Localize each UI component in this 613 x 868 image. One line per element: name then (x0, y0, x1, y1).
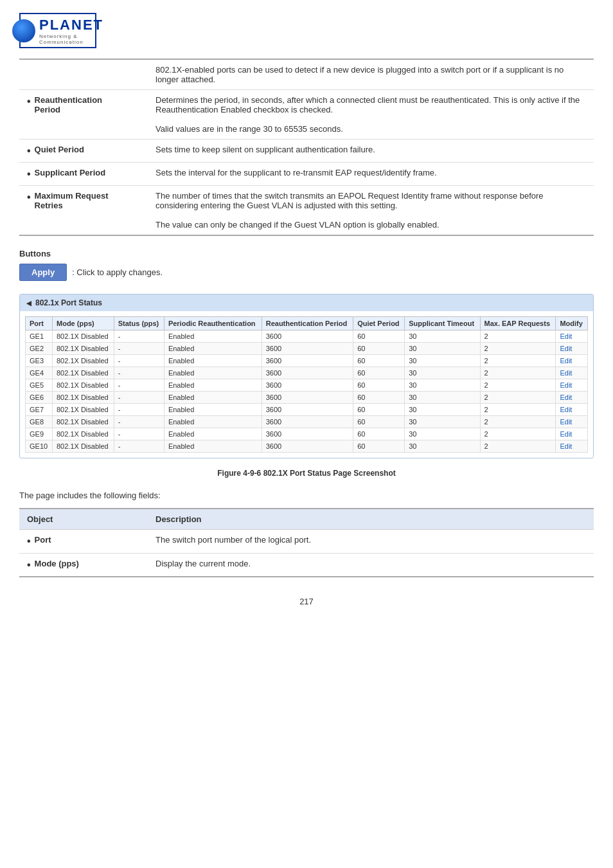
cell-quiet-period: 60 (353, 355, 405, 367)
cell-mode: 802.1X Disabled (53, 379, 114, 392)
cell-periodic-reauth: Enabled (164, 379, 262, 392)
cell-quiet-period: 60 (353, 343, 405, 355)
edit-link[interactable]: Edit (560, 430, 572, 438)
edit-link[interactable]: Edit (560, 393, 572, 401)
edit-link[interactable]: Edit (560, 381, 572, 389)
col-mode: Mode (pps) (53, 317, 114, 330)
cell-reauth-period: 3600 (262, 355, 353, 367)
cell-status: - (114, 330, 164, 343)
cell-mode: 802.1X Disabled (53, 355, 114, 367)
edit-link[interactable]: Edit (560, 406, 572, 413)
bullet-icon: • (27, 559, 31, 571)
cell-status: - (114, 379, 164, 392)
table-header-row: Port Mode (pps) Status (pps) Periodic Re… (26, 317, 588, 330)
col-port: Port (26, 317, 53, 330)
label-text: Supplicant Period (35, 168, 106, 177)
collapse-icon[interactable]: ◀ (26, 300, 31, 307)
port-status-title: 802.1x Port Status (35, 298, 102, 307)
bullet-icon: • (27, 168, 31, 180)
cell-mode: 802.1X Disabled (53, 404, 114, 416)
cell-modify[interactable]: Edit (556, 367, 588, 379)
cell-reauth-period: 3600 (262, 367, 353, 379)
cell-modify[interactable]: Edit (556, 330, 588, 343)
table-row: • Supplicant Period Sets the interval fo… (19, 163, 594, 186)
cell-port: GE2 (26, 343, 53, 355)
cell-quiet-period: 60 (353, 367, 405, 379)
cell-supplicant-timeout: 30 (405, 367, 480, 379)
edit-link[interactable]: Edit (560, 345, 572, 352)
cell-status: - (114, 355, 164, 367)
cell-status: - (114, 428, 164, 440)
cell-max-eap: 2 (480, 343, 556, 355)
cell-reauth-period: 3600 (262, 330, 353, 343)
cell-supplicant-timeout: 30 (405, 416, 480, 428)
cell-port: GE4 (26, 367, 53, 379)
row-desc-max-request: The number of times that the switch tran… (148, 186, 594, 236)
cell-max-eap: 2 (480, 416, 556, 428)
cell-reauth-period: 3600 (262, 440, 353, 453)
edit-link[interactable]: Edit (560, 332, 572, 340)
cell-supplicant-timeout: 30 (405, 379, 480, 392)
apply-description-text: : Click to apply changes. (72, 267, 163, 277)
col-reauth-period: Reauthentication Period (262, 317, 353, 330)
bullet-icon: • (27, 535, 31, 547)
cell-modify[interactable]: Edit (556, 379, 588, 392)
cell-supplicant-timeout: 30 (405, 330, 480, 343)
field-description: Display the current mode. (148, 553, 594, 577)
label-text: ReauthenticationPeriod (35, 95, 102, 114)
fields-table: Object Description • Port The switch por… (19, 508, 594, 577)
port-status-header: ◀ 802.1x Port Status (20, 294, 593, 311)
row-label-max-request: • Maximum RequestRetries (19, 186, 148, 236)
cell-port: GE10 (26, 440, 53, 453)
apply-button-row: Apply : Click to apply changes. (19, 264, 594, 281)
table-row: 802.1X-enabled ports can be used to dete… (19, 59, 594, 90)
cell-mode: 802.1X Disabled (53, 367, 114, 379)
fields-intro-text: The page includes the following fields: (19, 491, 594, 500)
field-object: • Port (19, 530, 148, 553)
edit-link[interactable]: Edit (560, 357, 572, 365)
col-status: Status (pps) (114, 317, 164, 330)
fields-header-row: Object Description (19, 509, 594, 530)
cell-periodic-reauth: Enabled (164, 428, 262, 440)
field-object: • Mode (pps) (19, 553, 148, 577)
table-row: GE7 802.1X Disabled - Enabled 3600 60 30… (26, 404, 588, 416)
edit-link[interactable]: Edit (560, 418, 572, 426)
cell-max-eap: 2 (480, 440, 556, 453)
cell-periodic-reauth: Enabled (164, 404, 262, 416)
cell-modify[interactable]: Edit (556, 355, 588, 367)
cell-supplicant-timeout: 30 (405, 392, 480, 404)
buttons-section: Buttons Apply : Click to apply changes. (19, 249, 594, 281)
cell-supplicant-timeout: 30 (405, 440, 480, 453)
cell-modify[interactable]: Edit (556, 404, 588, 416)
cell-modify[interactable]: Edit (556, 416, 588, 428)
cell-reauth-period: 3600 (262, 343, 353, 355)
cell-max-eap: 2 (480, 355, 556, 367)
cell-supplicant-timeout: 30 (405, 355, 480, 367)
logo-tagline-text: Networking & Communication (39, 33, 103, 45)
cell-periodic-reauth: Enabled (164, 367, 262, 379)
figure-caption: Figure 4-9-6 802.1X Port Status Page Scr… (19, 469, 594, 478)
cell-modify[interactable]: Edit (556, 440, 588, 453)
cell-periodic-reauth: Enabled (164, 330, 262, 343)
cell-periodic-reauth: Enabled (164, 355, 262, 367)
cell-status: - (114, 392, 164, 404)
cell-quiet-period: 60 (353, 428, 405, 440)
edit-link[interactable]: Edit (560, 442, 572, 450)
cell-status: - (114, 404, 164, 416)
cell-modify[interactable]: Edit (556, 343, 588, 355)
cell-modify[interactable]: Edit (556, 392, 588, 404)
cell-modify[interactable]: Edit (556, 428, 588, 440)
table-row: GE9 802.1X Disabled - Enabled 3600 60 30… (26, 428, 588, 440)
col-max-eap: Max. EAP Requests (480, 317, 556, 330)
object-label: Port (35, 535, 51, 545)
col-supplicant-timeout: Supplicant Timeout (405, 317, 480, 330)
cell-quiet-period: 60 (353, 330, 405, 343)
table-row: GE4 802.1X Disabled - Enabled 3600 60 30… (26, 367, 588, 379)
row-label-reauth-period: • ReauthenticationPeriod (19, 90, 148, 140)
edit-link[interactable]: Edit (560, 369, 572, 377)
table-row: • Port The switch port number of the log… (19, 530, 594, 553)
apply-button[interactable]: Apply (19, 264, 67, 281)
cell-supplicant-timeout: 30 (405, 343, 480, 355)
row-label-empty (19, 59, 148, 90)
cell-max-eap: 2 (480, 330, 556, 343)
